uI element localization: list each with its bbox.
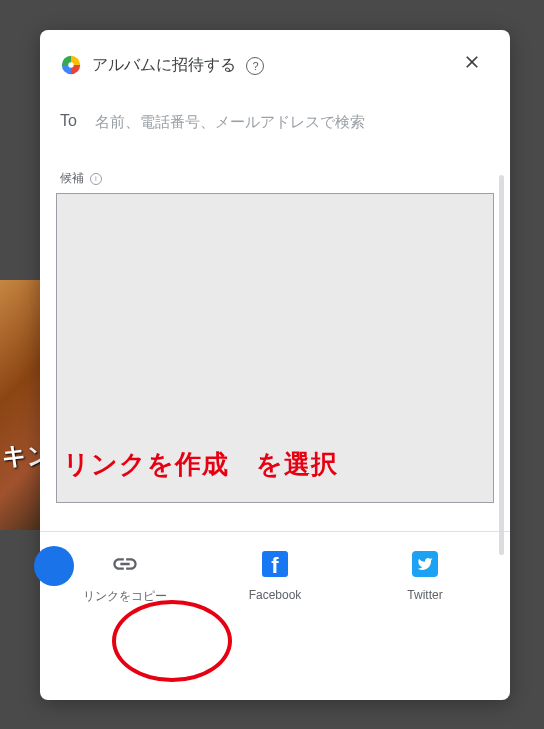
share-options-row: リンクをコピー f Facebook Twitter (40, 532, 510, 605)
copy-link-button[interactable]: リンクをコピー (65, 550, 185, 605)
suggestions-header: 候補 i (40, 134, 510, 193)
facebook-label: Facebook (249, 588, 302, 602)
annotation-instruction: リンクを作成 を選択 (63, 447, 338, 482)
recipient-input[interactable] (95, 113, 490, 130)
recipient-row: To (40, 94, 510, 134)
close-button[interactable] (454, 48, 490, 82)
link-icon (111, 550, 139, 578)
help-icon[interactable]: ? (246, 57, 264, 75)
facebook-share-button[interactable]: f Facebook (215, 550, 335, 602)
twitter-share-button[interactable]: Twitter (365, 550, 485, 602)
facebook-icon: f (262, 550, 288, 578)
suggestions-box: リンクを作成 を選択 (56, 193, 494, 503)
scrollbar[interactable] (499, 175, 504, 555)
google-photos-icon (60, 54, 82, 76)
twitter-label: Twitter (407, 588, 442, 602)
twitter-icon (412, 550, 438, 578)
user-avatar[interactable] (34, 546, 74, 586)
to-label: To (60, 112, 77, 130)
copy-link-label: リンクをコピー (83, 588, 167, 605)
modal-title: アルバムに招待する ? (92, 55, 454, 76)
suggestions-label: 候補 (60, 170, 84, 187)
annotation-highlight-circle (112, 600, 232, 682)
invite-modal: アルバムに招待する ? To 候補 i リンクを作成 を選択 リンクをコピー f… (40, 30, 510, 700)
modal-header: アルバムに招待する ? (40, 30, 510, 94)
svg-point-0 (68, 62, 74, 68)
info-icon[interactable]: i (90, 173, 102, 185)
